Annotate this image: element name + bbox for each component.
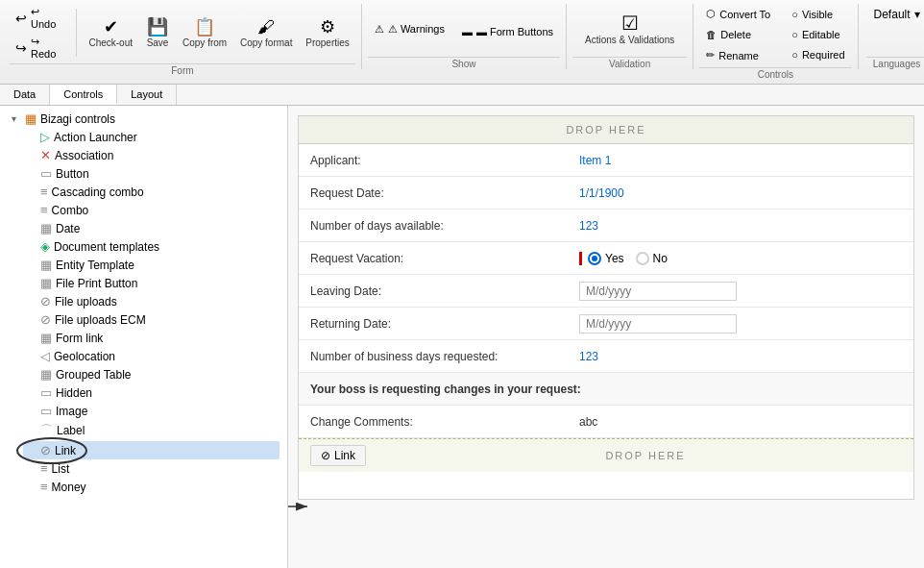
form-row-returning-date: Returning Date: — [299, 308, 913, 340]
sidebar-item-entity-template[interactable]: ▦ Entity Template — [23, 256, 280, 274]
drop-zone-top[interactable]: DROP HERE — [299, 116, 913, 144]
required-button[interactable]: ○ Required — [785, 45, 851, 64]
delete-button[interactable]: 🗑 Delete — [699, 25, 777, 44]
days-available-label: Number of days available: — [310, 219, 579, 233]
radio-no-dot — [636, 252, 649, 265]
tree-root-node[interactable]: ▾ ▦ Bizagi controls — [8, 110, 280, 128]
days-available-value: 123 — [579, 219, 902, 233]
request-vacation-label: Request Vacation: — [310, 252, 579, 265]
form-row-boss-header: Your boss is requesting changes in your … — [299, 373, 913, 406]
undo-button[interactable]: ↩ ↩ Undo — [10, 4, 70, 32]
sidebar: ▾ ▦ Bizagi controls ▷ Action Launcher — [0, 106, 288, 568]
link-button[interactable]: ⊘ Link — [310, 445, 366, 466]
sidebar-item-money[interactable]: ≡ Money — [23, 478, 280, 496]
sidebar-item-combo[interactable]: ≡ Combo — [23, 201, 280, 219]
tree-root-label: Bizagi controls — [40, 112, 115, 126]
controls-group: ⬡ Convert To 🗑 Delete ✏ Rename — [693, 4, 858, 69]
edit-group: ↩ ↩ Undo ↪ ↪ Redo ✔ Check-out — [4, 4, 362, 69]
expand-icon: ▾ — [12, 113, 21, 124]
change-comments-value: abc — [579, 415, 902, 429]
sidebar-item-document-templates[interactable]: ◈ Document templates — [23, 237, 280, 256]
tab-bar: Data Controls Layout — [0, 85, 924, 106]
show-group-label: Show — [368, 57, 560, 69]
sidebar-item-link[interactable]: ⊘ Link — [23, 441, 280, 459]
form-row-leaving-date: Leaving Date: — [299, 275, 913, 308]
validation-group: ☑ Actions & Validations Validation — [567, 4, 693, 69]
link-icon: ⊘ — [321, 449, 330, 462]
radio-no[interactable]: No — [636, 252, 668, 265]
validation-group-label: Validation — [572, 57, 687, 69]
visible-button[interactable]: ○ Visible — [785, 5, 851, 24]
request-date-label: Request Date: — [310, 186, 579, 200]
show-group: ⚠ ⚠ Warnings ▬ ▬ Form Buttons Show — [362, 4, 567, 69]
properties-button[interactable]: ⚙ Properties — [300, 14, 355, 52]
form-area: DROP HERE Applicant: Item 1 Request Date… — [288, 106, 924, 568]
applicant-value: Item 1 — [579, 154, 902, 167]
sidebar-item-date[interactable]: ▦ Date — [23, 219, 280, 237]
form-row-days-available: Number of days available: 123 — [299, 210, 913, 242]
sidebar-item-image[interactable]: ▭ Image — [23, 402, 280, 420]
rename-button[interactable]: ✏ Rename — [699, 45, 777, 65]
form-buttons-button[interactable]: ▬ ▬ Form Buttons — [455, 22, 560, 41]
sidebar-item-geolocation[interactable]: ◁ Geolocation — [23, 347, 280, 365]
languages-group: Default ▾ Languages — [859, 4, 924, 69]
sidebar-item-grouped-table[interactable]: ▦ Grouped Table — [23, 365, 280, 383]
form-row-applicant: Applicant: Item 1 — [299, 144, 913, 177]
controls-group-label: Controls — [699, 67, 851, 80]
sidebar-item-label[interactable]: ⌒ Label — [23, 420, 280, 441]
tab-controls[interactable]: Controls — [50, 85, 117, 105]
save-button[interactable]: 💾 Save — [140, 14, 175, 52]
form-group-label: Form — [10, 63, 355, 76]
drop-zone-link-area: ⊘ Link DROP HERE — [299, 438, 913, 472]
radio-yes-dot — [588, 252, 601, 265]
actions-validations-button[interactable]: ☑ Actions & Validations — [578, 10, 681, 49]
sidebar-item-file-uploads-ecm[interactable]: ⊘ File uploads ECM — [23, 310, 280, 329]
languages-group-label: Languages — [866, 57, 924, 69]
form-row-change-comments: Change Comments: abc — [299, 406, 913, 438]
business-days-label: Number of business days requested: — [310, 350, 579, 363]
convert-to-button[interactable]: ⬡ Convert To — [699, 4, 777, 24]
checkout-button[interactable]: ✔ Check-out — [83, 14, 138, 52]
radio-yes[interactable]: Yes — [588, 252, 624, 265]
form-row-business-days: Number of business days requested: 123 — [299, 340, 913, 373]
copy-from-button[interactable]: 📋 Copy from — [177, 14, 232, 52]
returning-date-input[interactable] — [579, 314, 737, 333]
sidebar-item-hidden[interactable]: ▭ Hidden — [23, 383, 280, 402]
tab-data[interactable]: Data — [0, 85, 50, 105]
form-row-request-date: Request Date: 1/1/1900 — [299, 177, 913, 210]
leaving-date-label: Leaving Date: — [310, 284, 579, 298]
warnings-button[interactable]: ⚠ ⚠ Warnings — [368, 19, 451, 39]
sidebar-item-file-print-button[interactable]: ▦ File Print Button — [23, 274, 280, 292]
form-container: DROP HERE Applicant: Item 1 Request Date… — [298, 115, 914, 500]
copy-format-button[interactable]: 🖌 Copy format — [234, 14, 298, 52]
applicant-label: Applicant: — [310, 154, 579, 167]
link-button-container: ⊘ Link — [299, 439, 377, 472]
sidebar-item-association[interactable]: ✕ Association — [23, 146, 280, 164]
leaving-date-input[interactable] — [579, 282, 737, 301]
sidebar-item-action-launcher[interactable]: ▷ Action Launcher — [23, 128, 280, 146]
sidebar-item-form-link[interactable]: ▦ Form link — [23, 329, 280, 347]
sidebar-item-file-uploads[interactable]: ⊘ File uploads — [23, 292, 280, 310]
boss-header-label: Your boss is requesting changes in your … — [310, 383, 581, 396]
redo-button[interactable]: ↪ ↪ Redo — [10, 34, 70, 62]
sidebar-item-button[interactable]: ▭ Button — [23, 164, 280, 183]
returning-date-label: Returning Date: — [310, 317, 579, 331]
form-row-request-vacation: Request Vacation: Yes No — [299, 242, 913, 275]
editable-button[interactable]: ○ Editable — [785, 25, 851, 44]
business-days-value: 123 — [579, 350, 902, 363]
radio-group-vacation: Yes No — [579, 252, 668, 265]
drop-zone-bottom[interactable]: DROP HERE — [377, 450, 913, 461]
default-dropdown[interactable]: Default ▾ — [866, 4, 924, 25]
tab-layout[interactable]: Layout — [117, 85, 177, 105]
request-date-value: 1/1/1900 — [579, 186, 902, 200]
sidebar-item-cascading-combo[interactable]: ≡ Cascading combo — [23, 183, 280, 201]
toolbar: ↩ ↩ Undo ↪ ↪ Redo ✔ Check-out — [0, 0, 924, 85]
change-comments-label: Change Comments: — [310, 415, 579, 429]
sidebar-item-list[interactable]: ≡ List — [23, 459, 280, 478]
